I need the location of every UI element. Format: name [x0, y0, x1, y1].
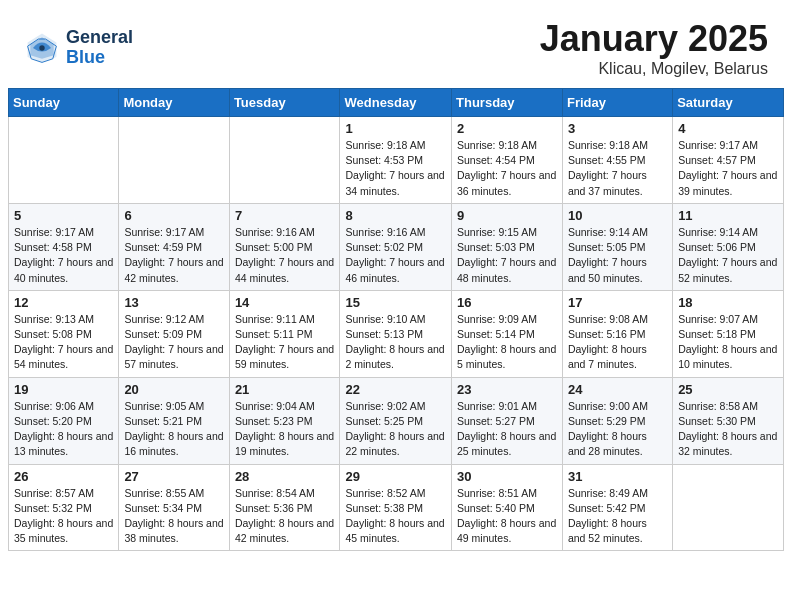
- day-number: 8: [345, 208, 446, 223]
- day-info: Sunrise: 9:02 AMSunset: 5:25 PMDaylight:…: [345, 399, 446, 460]
- day-info: Sunrise: 9:13 AMSunset: 5:08 PMDaylight:…: [14, 312, 113, 373]
- day-number: 23: [457, 382, 557, 397]
- day-number: 17: [568, 295, 667, 310]
- day-info: Sunrise: 9:17 AMSunset: 4:57 PMDaylight:…: [678, 138, 778, 199]
- day-number: 25: [678, 382, 778, 397]
- location: Klicau, Mogilev, Belarus: [540, 60, 768, 78]
- calendar-cell: 15Sunrise: 9:10 AMSunset: 5:13 PMDayligh…: [340, 290, 452, 377]
- calendar-cell: 22Sunrise: 9:02 AMSunset: 5:25 PMDayligh…: [340, 377, 452, 464]
- day-info: Sunrise: 8:58 AMSunset: 5:30 PMDaylight:…: [678, 399, 778, 460]
- title-section: January 2025 Klicau, Mogilev, Belarus: [540, 18, 768, 78]
- day-info: Sunrise: 9:18 AMSunset: 4:54 PMDaylight:…: [457, 138, 557, 199]
- calendar-cell: 11Sunrise: 9:14 AMSunset: 5:06 PMDayligh…: [673, 203, 784, 290]
- logo-line2: Blue: [66, 48, 133, 68]
- day-number: 7: [235, 208, 335, 223]
- day-number: 15: [345, 295, 446, 310]
- day-info: Sunrise: 9:00 AMSunset: 5:29 PMDaylight:…: [568, 399, 667, 460]
- calendar-week-1: 1Sunrise: 9:18 AMSunset: 4:53 PMDaylight…: [9, 117, 784, 204]
- calendar-cell: [229, 117, 340, 204]
- day-info: Sunrise: 9:07 AMSunset: 5:18 PMDaylight:…: [678, 312, 778, 373]
- calendar-cell: [119, 117, 229, 204]
- calendar-cell: 23Sunrise: 9:01 AMSunset: 5:27 PMDayligh…: [452, 377, 563, 464]
- header: General Blue January 2025 Klicau, Mogile…: [0, 0, 792, 88]
- calendar-cell: 5Sunrise: 9:17 AMSunset: 4:58 PMDaylight…: [9, 203, 119, 290]
- day-number: 21: [235, 382, 335, 397]
- calendar-cell: 21Sunrise: 9:04 AMSunset: 5:23 PMDayligh…: [229, 377, 340, 464]
- day-number: 14: [235, 295, 335, 310]
- day-number: 11: [678, 208, 778, 223]
- calendar-cell: 2Sunrise: 9:18 AMSunset: 4:54 PMDaylight…: [452, 117, 563, 204]
- day-info: Sunrise: 9:11 AMSunset: 5:11 PMDaylight:…: [235, 312, 335, 373]
- day-number: 27: [124, 469, 223, 484]
- calendar-cell: 28Sunrise: 8:54 AMSunset: 5:36 PMDayligh…: [229, 464, 340, 551]
- calendar-cell: 14Sunrise: 9:11 AMSunset: 5:11 PMDayligh…: [229, 290, 340, 377]
- weekday-header-thursday: Thursday: [452, 89, 563, 117]
- calendar-cell: 3Sunrise: 9:18 AMSunset: 4:55 PMDaylight…: [562, 117, 672, 204]
- day-info: Sunrise: 9:05 AMSunset: 5:21 PMDaylight:…: [124, 399, 223, 460]
- day-number: 20: [124, 382, 223, 397]
- calendar-cell: 10Sunrise: 9:14 AMSunset: 5:05 PMDayligh…: [562, 203, 672, 290]
- day-number: 29: [345, 469, 446, 484]
- day-info: Sunrise: 9:15 AMSunset: 5:03 PMDaylight:…: [457, 225, 557, 286]
- weekday-header-wednesday: Wednesday: [340, 89, 452, 117]
- calendar-cell: 20Sunrise: 9:05 AMSunset: 5:21 PMDayligh…: [119, 377, 229, 464]
- day-number: 3: [568, 121, 667, 136]
- day-info: Sunrise: 8:49 AMSunset: 5:42 PMDaylight:…: [568, 486, 667, 547]
- calendar-cell: [9, 117, 119, 204]
- day-number: 31: [568, 469, 667, 484]
- weekday-header-friday: Friday: [562, 89, 672, 117]
- calendar-week-4: 19Sunrise: 9:06 AMSunset: 5:20 PMDayligh…: [9, 377, 784, 464]
- calendar-cell: [673, 464, 784, 551]
- calendar-cell: 31Sunrise: 8:49 AMSunset: 5:42 PMDayligh…: [562, 464, 672, 551]
- day-number: 1: [345, 121, 446, 136]
- day-info: Sunrise: 8:51 AMSunset: 5:40 PMDaylight:…: [457, 486, 557, 547]
- calendar-cell: 4Sunrise: 9:17 AMSunset: 4:57 PMDaylight…: [673, 117, 784, 204]
- day-number: 4: [678, 121, 778, 136]
- weekday-header: SundayMondayTuesdayWednesdayThursdayFrid…: [9, 89, 784, 117]
- day-info: Sunrise: 9:17 AMSunset: 4:59 PMDaylight:…: [124, 225, 223, 286]
- calendar-week-2: 5Sunrise: 9:17 AMSunset: 4:58 PMDaylight…: [9, 203, 784, 290]
- calendar-table: SundayMondayTuesdayWednesdayThursdayFrid…: [8, 88, 784, 551]
- logo: General Blue: [24, 28, 133, 68]
- logo-line1: General: [66, 28, 133, 48]
- calendar-cell: 16Sunrise: 9:09 AMSunset: 5:14 PMDayligh…: [452, 290, 563, 377]
- day-info: Sunrise: 9:16 AMSunset: 5:00 PMDaylight:…: [235, 225, 335, 286]
- logo-icon: [24, 30, 60, 66]
- day-number: 22: [345, 382, 446, 397]
- day-info: Sunrise: 9:09 AMSunset: 5:14 PMDaylight:…: [457, 312, 557, 373]
- calendar-cell: 30Sunrise: 8:51 AMSunset: 5:40 PMDayligh…: [452, 464, 563, 551]
- day-info: Sunrise: 9:18 AMSunset: 4:55 PMDaylight:…: [568, 138, 667, 199]
- day-info: Sunrise: 9:14 AMSunset: 5:06 PMDaylight:…: [678, 225, 778, 286]
- day-number: 26: [14, 469, 113, 484]
- calendar-cell: 12Sunrise: 9:13 AMSunset: 5:08 PMDayligh…: [9, 290, 119, 377]
- day-info: Sunrise: 9:17 AMSunset: 4:58 PMDaylight:…: [14, 225, 113, 286]
- day-info: Sunrise: 9:04 AMSunset: 5:23 PMDaylight:…: [235, 399, 335, 460]
- calendar-cell: 13Sunrise: 9:12 AMSunset: 5:09 PMDayligh…: [119, 290, 229, 377]
- calendar-cell: 19Sunrise: 9:06 AMSunset: 5:20 PMDayligh…: [9, 377, 119, 464]
- day-info: Sunrise: 9:16 AMSunset: 5:02 PMDaylight:…: [345, 225, 446, 286]
- calendar-body: 1Sunrise: 9:18 AMSunset: 4:53 PMDaylight…: [9, 117, 784, 551]
- logo-text: General Blue: [66, 28, 133, 68]
- calendar-week-3: 12Sunrise: 9:13 AMSunset: 5:08 PMDayligh…: [9, 290, 784, 377]
- day-number: 9: [457, 208, 557, 223]
- day-info: Sunrise: 8:52 AMSunset: 5:38 PMDaylight:…: [345, 486, 446, 547]
- calendar-week-5: 26Sunrise: 8:57 AMSunset: 5:32 PMDayligh…: [9, 464, 784, 551]
- day-info: Sunrise: 9:10 AMSunset: 5:13 PMDaylight:…: [345, 312, 446, 373]
- day-info: Sunrise: 9:06 AMSunset: 5:20 PMDaylight:…: [14, 399, 113, 460]
- day-info: Sunrise: 9:01 AMSunset: 5:27 PMDaylight:…: [457, 399, 557, 460]
- calendar-cell: 26Sunrise: 8:57 AMSunset: 5:32 PMDayligh…: [9, 464, 119, 551]
- day-number: 16: [457, 295, 557, 310]
- day-info: Sunrise: 9:12 AMSunset: 5:09 PMDaylight:…: [124, 312, 223, 373]
- day-number: 12: [14, 295, 113, 310]
- svg-point-3: [39, 45, 44, 50]
- day-number: 13: [124, 295, 223, 310]
- weekday-header-sunday: Sunday: [9, 89, 119, 117]
- day-info: Sunrise: 9:18 AMSunset: 4:53 PMDaylight:…: [345, 138, 446, 199]
- calendar-cell: 17Sunrise: 9:08 AMSunset: 5:16 PMDayligh…: [562, 290, 672, 377]
- day-info: Sunrise: 9:08 AMSunset: 5:16 PMDaylight:…: [568, 312, 667, 373]
- calendar-cell: 29Sunrise: 8:52 AMSunset: 5:38 PMDayligh…: [340, 464, 452, 551]
- calendar-cell: 25Sunrise: 8:58 AMSunset: 5:30 PMDayligh…: [673, 377, 784, 464]
- day-number: 19: [14, 382, 113, 397]
- calendar-cell: 9Sunrise: 9:15 AMSunset: 5:03 PMDaylight…: [452, 203, 563, 290]
- day-info: Sunrise: 8:57 AMSunset: 5:32 PMDaylight:…: [14, 486, 113, 547]
